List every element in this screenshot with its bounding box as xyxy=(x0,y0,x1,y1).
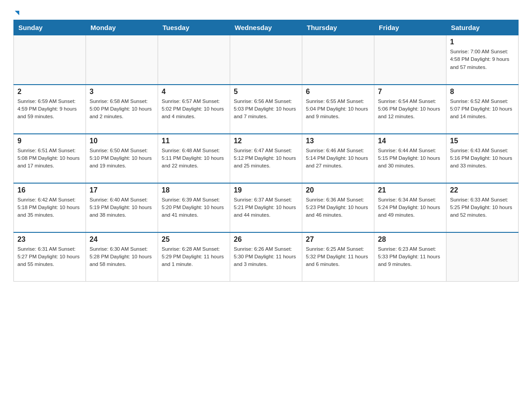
calendar-cell xyxy=(446,232,519,282)
calendar-week-row: 9Sunrise: 6:51 AM Sunset: 5:08 PM Daylig… xyxy=(14,134,519,183)
calendar-table: SundayMondayTuesdayWednesdayThursdayFrid… xyxy=(13,20,519,282)
calendar-cell: 9Sunrise: 6:51 AM Sunset: 5:08 PM Daylig… xyxy=(14,134,86,183)
day-number: 15 xyxy=(450,137,515,145)
day-number: 4 xyxy=(162,88,226,96)
day-info: Sunrise: 6:39 AM Sunset: 5:20 PM Dayligh… xyxy=(162,196,226,219)
calendar-cell: 20Sunrise: 6:36 AM Sunset: 5:23 PM Dayli… xyxy=(302,183,374,232)
day-number: 19 xyxy=(234,186,298,194)
calendar-cell: 4Sunrise: 6:57 AM Sunset: 5:02 PM Daylig… xyxy=(158,85,230,134)
calendar-cell: 3Sunrise: 6:58 AM Sunset: 5:00 PM Daylig… xyxy=(86,85,158,134)
day-info: Sunrise: 6:43 AM Sunset: 5:16 PM Dayligh… xyxy=(450,147,515,170)
calendar-cell: 19Sunrise: 6:37 AM Sunset: 5:21 PM Dayli… xyxy=(230,183,302,232)
day-info: Sunrise: 6:47 AM Sunset: 5:12 PM Dayligh… xyxy=(234,147,298,170)
day-number: 11 xyxy=(162,137,226,145)
day-info: Sunrise: 6:40 AM Sunset: 5:19 PM Dayligh… xyxy=(90,196,154,219)
logo xyxy=(13,9,19,15)
day-number: 18 xyxy=(162,186,226,194)
day-info: Sunrise: 6:44 AM Sunset: 5:15 PM Dayligh… xyxy=(378,147,442,170)
calendar-cell: 7Sunrise: 6:54 AM Sunset: 5:06 PM Daylig… xyxy=(374,85,446,134)
calendar-cell: 14Sunrise: 6:44 AM Sunset: 5:15 PM Dayli… xyxy=(374,134,446,183)
calendar-cell: 17Sunrise: 6:40 AM Sunset: 5:19 PM Dayli… xyxy=(86,183,158,232)
calendar-header-row: SundayMondayTuesdayWednesdayThursdayFrid… xyxy=(14,20,519,35)
day-number: 16 xyxy=(17,186,82,194)
day-info: Sunrise: 6:56 AM Sunset: 5:03 PM Dayligh… xyxy=(234,98,298,121)
calendar-cell xyxy=(302,35,374,85)
day-number: 24 xyxy=(90,235,154,244)
day-number: 22 xyxy=(450,186,515,194)
calendar-cell: 28Sunrise: 6:23 AM Sunset: 5:33 PM Dayli… xyxy=(374,232,446,282)
calendar-cell xyxy=(158,35,230,85)
day-number: 8 xyxy=(450,88,515,96)
day-of-week-header: Wednesday xyxy=(230,20,302,35)
day-info: Sunrise: 6:55 AM Sunset: 5:04 PM Dayligh… xyxy=(306,98,370,121)
calendar-cell xyxy=(86,35,158,85)
day-of-week-header: Friday xyxy=(374,20,446,35)
day-of-week-header: Tuesday xyxy=(158,20,230,35)
day-number: 23 xyxy=(17,235,82,244)
day-info: Sunrise: 6:25 AM Sunset: 5:32 PM Dayligh… xyxy=(306,245,370,269)
calendar-week-row: 16Sunrise: 6:42 AM Sunset: 5:18 PM Dayli… xyxy=(14,183,519,232)
day-number: 25 xyxy=(162,235,226,244)
calendar-week-row: 2Sunrise: 6:59 AM Sunset: 4:59 PM Daylig… xyxy=(14,85,519,134)
day-number: 9 xyxy=(17,137,82,145)
calendar-cell: 2Sunrise: 6:59 AM Sunset: 4:59 PM Daylig… xyxy=(14,85,86,134)
calendar-cell: 27Sunrise: 6:25 AM Sunset: 5:32 PM Dayli… xyxy=(302,232,374,282)
day-number: 1 xyxy=(450,38,515,46)
calendar-cell: 12Sunrise: 6:47 AM Sunset: 5:12 PM Dayli… xyxy=(230,134,302,183)
day-number: 6 xyxy=(306,88,370,96)
day-of-week-header: Monday xyxy=(86,20,158,35)
day-info: Sunrise: 6:57 AM Sunset: 5:02 PM Dayligh… xyxy=(162,98,226,121)
day-info: Sunrise: 6:46 AM Sunset: 5:14 PM Dayligh… xyxy=(306,147,370,170)
calendar-cell: 15Sunrise: 6:43 AM Sunset: 5:16 PM Dayli… xyxy=(446,134,519,183)
calendar-cell: 23Sunrise: 6:31 AM Sunset: 5:27 PM Dayli… xyxy=(14,232,86,282)
day-of-week-header: Thursday xyxy=(302,20,374,35)
day-number: 12 xyxy=(234,137,298,145)
day-info: Sunrise: 6:31 AM Sunset: 5:27 PM Dayligh… xyxy=(17,245,82,269)
calendar-cell: 6Sunrise: 6:55 AM Sunset: 5:04 PM Daylig… xyxy=(302,85,374,134)
day-info: Sunrise: 6:54 AM Sunset: 5:06 PM Dayligh… xyxy=(378,98,442,121)
day-number: 2 xyxy=(17,88,82,96)
day-number: 14 xyxy=(378,137,442,145)
calendar-cell: 16Sunrise: 6:42 AM Sunset: 5:18 PM Dayli… xyxy=(14,183,86,232)
day-info: Sunrise: 6:52 AM Sunset: 5:07 PM Dayligh… xyxy=(450,98,515,121)
page-header xyxy=(13,9,519,15)
calendar-cell: 5Sunrise: 6:56 AM Sunset: 5:03 PM Daylig… xyxy=(230,85,302,134)
calendar-cell: 26Sunrise: 6:26 AM Sunset: 5:30 PM Dayli… xyxy=(230,232,302,282)
calendar-cell: 18Sunrise: 6:39 AM Sunset: 5:20 PM Dayli… xyxy=(158,183,230,232)
day-info: Sunrise: 6:48 AM Sunset: 5:11 PM Dayligh… xyxy=(162,147,226,170)
calendar-cell xyxy=(374,35,446,85)
day-info: Sunrise: 6:28 AM Sunset: 5:29 PM Dayligh… xyxy=(162,245,226,269)
day-info: Sunrise: 6:37 AM Sunset: 5:21 PM Dayligh… xyxy=(234,196,298,219)
day-number: 17 xyxy=(90,186,154,194)
calendar-cell: 11Sunrise: 6:48 AM Sunset: 5:11 PM Dayli… xyxy=(158,134,230,183)
day-info: Sunrise: 6:23 AM Sunset: 5:33 PM Dayligh… xyxy=(378,245,442,269)
day-info: Sunrise: 6:33 AM Sunset: 5:25 PM Dayligh… xyxy=(450,196,515,219)
calendar-cell xyxy=(14,35,86,85)
calendar-cell: 25Sunrise: 6:28 AM Sunset: 5:29 PM Dayli… xyxy=(158,232,230,282)
day-number: 7 xyxy=(378,88,442,96)
calendar-cell: 1Sunrise: 7:00 AM Sunset: 4:58 PM Daylig… xyxy=(446,35,519,85)
calendar-cell: 8Sunrise: 6:52 AM Sunset: 5:07 PM Daylig… xyxy=(446,85,519,134)
logo-arrow-icon xyxy=(15,11,19,15)
day-info: Sunrise: 6:58 AM Sunset: 5:00 PM Dayligh… xyxy=(90,98,154,121)
day-info: Sunrise: 6:51 AM Sunset: 5:08 PM Dayligh… xyxy=(17,147,82,170)
day-info: Sunrise: 6:30 AM Sunset: 5:28 PM Dayligh… xyxy=(90,245,154,269)
day-info: Sunrise: 6:34 AM Sunset: 5:24 PM Dayligh… xyxy=(378,196,442,219)
day-number: 27 xyxy=(306,235,370,244)
calendar-week-row: 23Sunrise: 6:31 AM Sunset: 5:27 PM Dayli… xyxy=(14,232,519,282)
day-of-week-header: Sunday xyxy=(14,20,86,35)
day-number: 3 xyxy=(90,88,154,96)
day-number: 13 xyxy=(306,137,370,145)
calendar-cell: 10Sunrise: 6:50 AM Sunset: 5:10 PM Dayli… xyxy=(86,134,158,183)
day-number: 5 xyxy=(234,88,298,96)
day-info: Sunrise: 7:00 AM Sunset: 4:58 PM Dayligh… xyxy=(450,48,515,71)
calendar-week-row: 1Sunrise: 7:00 AM Sunset: 4:58 PM Daylig… xyxy=(14,35,519,85)
day-info: Sunrise: 6:50 AM Sunset: 5:10 PM Dayligh… xyxy=(90,147,154,170)
calendar-cell: 21Sunrise: 6:34 AM Sunset: 5:24 PM Dayli… xyxy=(374,183,446,232)
day-number: 28 xyxy=(378,235,442,244)
day-number: 21 xyxy=(378,186,442,194)
day-of-week-header: Saturday xyxy=(446,20,519,35)
day-info: Sunrise: 6:26 AM Sunset: 5:30 PM Dayligh… xyxy=(234,245,298,269)
day-info: Sunrise: 6:42 AM Sunset: 5:18 PM Dayligh… xyxy=(17,196,82,219)
calendar-cell: 22Sunrise: 6:33 AM Sunset: 5:25 PM Dayli… xyxy=(446,183,519,232)
